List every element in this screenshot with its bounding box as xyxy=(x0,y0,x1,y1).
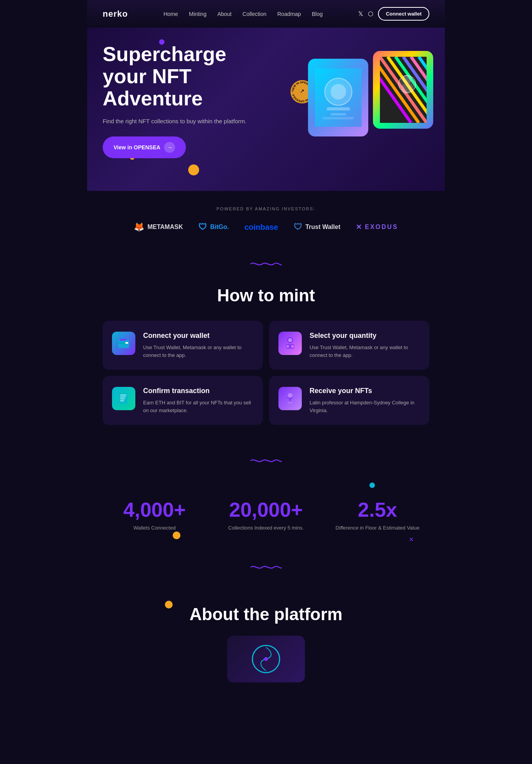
stats-cross-deco: ✕ xyxy=(409,536,414,543)
svg-rect-31 xyxy=(120,395,126,395)
svg-rect-33 xyxy=(120,399,125,399)
mint-card-confirm-desc: Earn ETH and BIT for all your NFTs that … xyxy=(143,399,254,414)
exodus-logo: ✕ EXODUS xyxy=(356,223,398,231)
svg-point-19 xyxy=(402,75,412,84)
mint-card-receive: Receive your NFTs Latin professor at Ham… xyxy=(269,376,429,425)
quantity-icon xyxy=(278,332,302,355)
nav-icons: 𝕏 ⬡ Connect wallet xyxy=(358,7,429,21)
exodus-x-icon: ✕ xyxy=(356,223,362,231)
svg-point-37 xyxy=(264,657,268,661)
about-preview xyxy=(103,636,429,682)
navbar: nerko Home Minting About Collection Road… xyxy=(87,0,445,28)
nav-blog[interactable]: Blog xyxy=(312,11,323,17)
bitgo-icon: 🛡 xyxy=(198,222,207,232)
mint-card-receive-content: Receive your NFTs Latin professor at Ham… xyxy=(310,387,420,414)
mint-card-quantity: Select your quantity Use Trust Wallet, M… xyxy=(269,321,429,370)
nav-minting[interactable]: Minting xyxy=(189,11,206,17)
investors-label: POWERED BY AMAZING INVESTORS: xyxy=(103,206,429,211)
exodus-name: EXODUS xyxy=(365,224,398,231)
nav-about[interactable]: About xyxy=(217,11,232,17)
stats-section: ✕ 4,000+ Wallets Connected 20,000+ Colle… xyxy=(87,475,445,555)
how-to-mint-section: How to mint Connect your wallet Use Trus… xyxy=(87,278,445,448)
deco-dot-3 xyxy=(188,164,199,175)
svg-rect-34 xyxy=(120,400,124,401)
brand-logo[interactable]: nerko xyxy=(103,9,128,19)
svg-text:↗: ↗ xyxy=(300,88,304,94)
mint-card-quantity-title: Select your quantity xyxy=(310,332,420,340)
metamask-icon: 🦊 xyxy=(134,222,144,232)
about-title: About the platform xyxy=(103,605,429,624)
coinbase-logo: coinbase xyxy=(244,223,278,232)
squiggle-divider-1 xyxy=(87,252,445,278)
nft-card-2[interactable] xyxy=(373,51,433,129)
mint-card-quantity-desc: Use Trust Wallet, Metamask or any wallet… xyxy=(310,344,420,359)
mint-card-wallet: Connect your wallet Use Trust Wallet, Me… xyxy=(103,321,263,370)
svg-rect-7 xyxy=(331,113,346,115)
bitgo-name: BitGo. xyxy=(210,224,229,231)
about-section: About the platform xyxy=(87,581,445,698)
stat-number-3: 2.5x xyxy=(326,498,429,521)
mint-cards-grid: Connect your wallet Use Trust Wallet, Me… xyxy=(103,321,429,425)
trustwallet-icon: 🛡 xyxy=(294,222,302,232)
nav-home[interactable]: Home xyxy=(163,11,178,17)
how-to-mint-title: How to mint xyxy=(103,286,429,305)
investor-logos: 🦊 METAMASK 🛡 BitGo. coinbase 🛡 Trust Wal… xyxy=(103,222,429,232)
receive-icon xyxy=(278,387,302,410)
coinbase-name: coinbase xyxy=(244,223,278,232)
mint-card-wallet-desc: Use Trust Wallet, Metamask or any wallet… xyxy=(143,344,254,359)
stats-grid: 4,000+ Wallets Connected 20,000+ Collect… xyxy=(103,498,429,531)
nft-card-1-image xyxy=(308,59,368,136)
stat-label-1: Wallets Connected xyxy=(103,524,206,531)
hero-subtitle: Find the right NFT collections to buy wi… xyxy=(103,117,266,126)
hero-nft-cards: VIEW IN OPENSEA · VIEW IN OPENSEA · ↗ xyxy=(308,51,433,136)
nav-roadmap[interactable]: Roadmap xyxy=(277,11,301,17)
stats-deco-dot xyxy=(369,483,375,488)
nft-card-1[interactable] xyxy=(308,59,368,136)
nft-card-wrap-2 xyxy=(373,51,433,136)
squiggle-divider-3 xyxy=(87,555,445,581)
confirm-icon xyxy=(112,387,135,410)
stat-label-3: Difference in Floor & Estimated Value xyxy=(326,524,429,531)
svg-point-29 xyxy=(291,345,294,348)
mint-card-confirm-content: Confirm transaction Earn ETH and BIT for… xyxy=(143,387,254,414)
mint-card-wallet-title: Connect your wallet xyxy=(143,332,254,340)
hero-heading: Supercharge your NFT Adventure xyxy=(103,43,266,110)
wallet-icon xyxy=(112,332,135,355)
nav-links: Home Minting About Collection Roadmap Bl… xyxy=(163,10,322,17)
mint-card-receive-title: Receive your NFTs xyxy=(310,387,420,395)
svg-rect-24 xyxy=(120,339,126,341)
discord-icon[interactable]: ⬡ xyxy=(368,10,373,17)
stat-number-1: 4,000+ xyxy=(103,498,206,521)
stat-label-2: Collections Indexed every 5 mins. xyxy=(214,524,318,531)
svg-point-5 xyxy=(331,84,346,100)
stat-item-2: 20,000+ Collections Indexed every 5 mins… xyxy=(214,498,318,531)
stats-deco-dot-2 xyxy=(173,531,180,539)
arrow-icon: → xyxy=(164,142,175,153)
stat-number-2: 20,000+ xyxy=(214,498,318,521)
stat-item-1: 4,000+ Wallets Connected xyxy=(103,498,206,531)
mint-card-quantity-content: Select your quantity Use Trust Wallet, M… xyxy=(310,332,420,359)
hero-content: Supercharge your NFT Adventure Find the … xyxy=(103,43,266,158)
trustwallet-logo: 🛡 Trust Wallet xyxy=(294,222,340,232)
twitter-icon[interactable]: 𝕏 xyxy=(358,10,363,17)
opensea-button[interactable]: View in OPENSEA → xyxy=(103,136,186,158)
squiggle-divider-2 xyxy=(87,448,445,475)
metamask-logo: 🦊 METAMASK xyxy=(134,222,183,232)
svg-rect-32 xyxy=(120,397,126,397)
nft-card-wrap-1 xyxy=(308,51,368,136)
opensea-button-label: View in OPENSEA xyxy=(114,144,160,150)
svg-rect-6 xyxy=(327,107,350,110)
about-card-preview xyxy=(227,636,305,682)
stat-item-3: 2.5x Difference in Floor & Estimated Val… xyxy=(326,498,429,531)
connect-wallet-button[interactable]: Connect wallet xyxy=(378,7,429,21)
svg-point-35 xyxy=(288,393,292,398)
metamask-name: METAMASK xyxy=(147,224,183,231)
nft-card-2-image xyxy=(373,51,433,129)
bitgo-logo: 🛡 BitGo. xyxy=(198,222,229,232)
svg-point-28 xyxy=(287,345,289,348)
trustwallet-name: Trust Wallet xyxy=(305,224,340,231)
mint-card-confirm-title: Confirm transaction xyxy=(143,387,254,395)
svg-rect-20 xyxy=(401,84,413,94)
nav-collection[interactable]: Collection xyxy=(243,11,266,17)
svg-rect-8 xyxy=(323,117,354,119)
